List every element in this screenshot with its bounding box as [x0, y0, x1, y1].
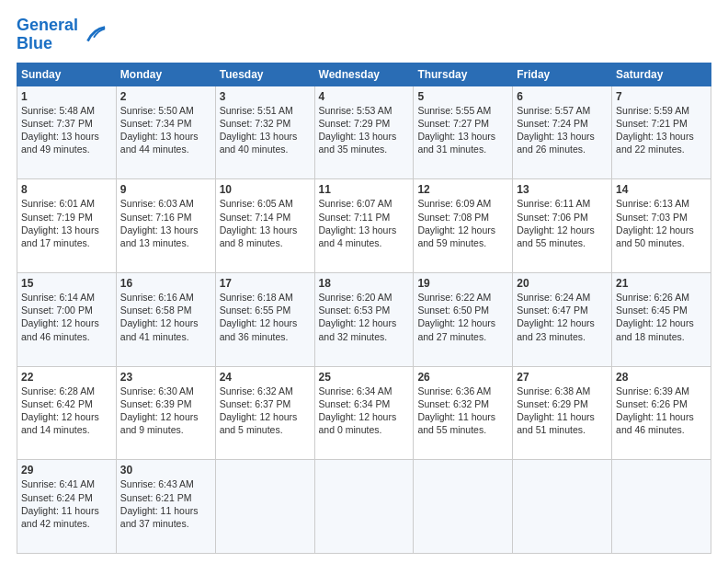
day-info-line: Sunset: 6:34 PM [319, 397, 410, 410]
weekday-monday: Monday [116, 63, 215, 86]
calendar-cell: 18Sunrise: 6:20 AMSunset: 6:53 PMDayligh… [314, 272, 414, 366]
day-info-line: Sunrise: 5:53 AM [319, 104, 410, 117]
day-info-line: Daylight: 12 hours [417, 316, 508, 329]
day-info-line: Daylight: 11 hours [417, 410, 508, 423]
day-info-line: and 51 minutes. [517, 423, 608, 436]
day-info-line: Daylight: 12 hours [120, 410, 211, 423]
day-info-line: Daylight: 13 hours [417, 130, 508, 143]
day-info-line: and 17 minutes. [21, 236, 112, 249]
weekday-tuesday: Tuesday [215, 63, 314, 86]
day-info-line: Sunset: 6:42 PM [21, 397, 112, 410]
day-number: 2 [120, 89, 211, 104]
day-info-line: Sunrise: 6:34 AM [319, 385, 410, 397]
day-number: 24 [220, 370, 311, 385]
day-number: 28 [616, 370, 707, 385]
day-number: 27 [517, 370, 608, 385]
day-info-line: Sunset: 6:50 PM [417, 304, 508, 316]
day-info-line: Sunrise: 6:43 AM [120, 477, 211, 490]
weekday-sunday: Sunday [17, 63, 117, 86]
day-number: 16 [120, 276, 211, 291]
day-info-line: Daylight: 12 hours [319, 316, 410, 329]
day-info-line: Sunrise: 6:26 AM [616, 291, 707, 304]
calendar-cell: 10Sunrise: 6:05 AMSunset: 7:14 PMDayligh… [215, 179, 314, 273]
week-row-2: 8Sunrise: 6:01 AMSunset: 7:19 PMDaylight… [17, 179, 711, 273]
day-info-line: Sunrise: 5:48 AM [21, 104, 112, 117]
calendar-cell: 5Sunrise: 5:55 AMSunset: 7:27 PMDaylight… [414, 86, 513, 179]
day-info-line: Sunrise: 6:18 AM [220, 291, 311, 304]
day-info-line: Sunset: 7:24 PM [517, 117, 608, 130]
week-row-3: 15Sunrise: 6:14 AMSunset: 7:00 PMDayligh… [17, 272, 711, 366]
calendar-cell [414, 460, 513, 554]
day-info-line: Daylight: 13 hours [616, 130, 707, 143]
weekday-saturday: Saturday [612, 63, 711, 86]
day-info-line: Daylight: 11 hours [21, 504, 112, 517]
day-info-line: Daylight: 13 hours [220, 130, 311, 143]
day-info-line: Sunset: 7:29 PM [319, 117, 410, 130]
day-info-line: Sunrise: 6:01 AM [21, 197, 112, 210]
day-info-line: Daylight: 13 hours [319, 224, 410, 236]
day-info-line: Daylight: 12 hours [319, 410, 410, 423]
week-row-1: 1Sunrise: 5:48 AMSunset: 7:37 PMDaylight… [17, 86, 711, 179]
day-info-line: Daylight: 12 hours [616, 316, 707, 329]
day-info-line: Daylight: 13 hours [220, 224, 311, 236]
day-info-line: Sunset: 6:47 PM [517, 304, 608, 316]
day-number: 17 [220, 276, 311, 291]
day-info-line: Sunrise: 6:38 AM [517, 385, 608, 397]
day-number: 13 [517, 182, 608, 197]
calendar-cell: 29Sunrise: 6:41 AMSunset: 6:24 PMDayligh… [17, 460, 117, 554]
day-info-line: Sunrise: 6:28 AM [21, 385, 112, 397]
day-info-line: Sunrise: 6:32 AM [220, 385, 311, 397]
day-info-line: Daylight: 13 hours [21, 224, 112, 236]
day-number: 15 [21, 276, 112, 291]
day-info-line: and 18 minutes. [616, 330, 707, 343]
day-info-line: and 0 minutes. [319, 423, 410, 436]
day-info-line: and 44 minutes. [120, 143, 211, 155]
day-info-line: and 5 minutes. [220, 423, 311, 436]
day-info-line: Sunset: 7:08 PM [417, 211, 508, 224]
calendar-cell: 17Sunrise: 6:18 AMSunset: 6:55 PMDayligh… [215, 272, 314, 366]
day-info-line: Sunrise: 5:50 AM [120, 104, 211, 117]
calendar-cell: 28Sunrise: 6:39 AMSunset: 6:26 PMDayligh… [612, 366, 711, 460]
day-info-line: Daylight: 12 hours [120, 316, 211, 329]
calendar: SundayMondayTuesdayWednesdayThursdayFrid… [17, 63, 711, 554]
calendar-cell: 27Sunrise: 6:38 AMSunset: 6:29 PMDayligh… [513, 366, 612, 460]
week-row-4: 22Sunrise: 6:28 AMSunset: 6:42 PMDayligh… [17, 366, 711, 460]
day-info-line: Sunset: 7:21 PM [616, 117, 707, 130]
day-info-line: and 40 minutes. [220, 143, 311, 155]
calendar-cell: 7Sunrise: 5:59 AMSunset: 7:21 PMDaylight… [612, 86, 711, 179]
day-number: 18 [319, 276, 410, 291]
day-info-line: Sunset: 7:11 PM [319, 211, 410, 224]
day-info-line: Sunset: 6:24 PM [21, 491, 112, 504]
calendar-cell: 2Sunrise: 5:50 AMSunset: 7:34 PMDaylight… [116, 86, 215, 179]
day-info-line: Daylight: 13 hours [517, 130, 608, 143]
header: GeneralBlue [17, 17, 711, 53]
day-number: 9 [120, 182, 211, 197]
day-info-line: and 55 minutes. [417, 423, 508, 436]
day-info-line: Sunset: 7:37 PM [21, 117, 112, 130]
day-info-line: Sunset: 6:32 PM [417, 397, 508, 410]
day-info-line: and 4 minutes. [319, 236, 410, 249]
day-info-line: Daylight: 13 hours [319, 130, 410, 143]
day-info-line: Sunrise: 6:22 AM [417, 291, 508, 304]
calendar-cell [612, 460, 711, 554]
week-row-5: 29Sunrise: 6:41 AMSunset: 6:24 PMDayligh… [17, 460, 711, 554]
day-info-line: and 23 minutes. [517, 330, 608, 343]
logo: GeneralBlue [17, 17, 107, 53]
day-info-line: Daylight: 12 hours [21, 316, 112, 329]
logo-text: GeneralBlue [17, 17, 78, 53]
day-info-line: Sunset: 7:16 PM [120, 211, 211, 224]
day-info-line: Sunrise: 5:51 AM [220, 104, 311, 117]
day-info-line: and 55 minutes. [517, 236, 608, 249]
day-number: 10 [220, 182, 311, 197]
day-number: 23 [120, 370, 211, 385]
calendar-cell: 21Sunrise: 6:26 AMSunset: 6:45 PMDayligh… [612, 272, 711, 366]
day-number: 29 [21, 463, 112, 477]
day-info-line: Sunrise: 6:07 AM [319, 197, 410, 210]
day-number: 5 [417, 89, 508, 104]
day-info-line: and 32 minutes. [319, 330, 410, 343]
day-info-line: Daylight: 11 hours [517, 410, 608, 423]
day-info-line: Sunrise: 6:09 AM [417, 197, 508, 210]
day-info-line: Sunrise: 6:16 AM [120, 291, 211, 304]
day-info-line: Sunset: 7:32 PM [220, 117, 311, 130]
day-info-line: Sunset: 6:55 PM [220, 304, 311, 316]
